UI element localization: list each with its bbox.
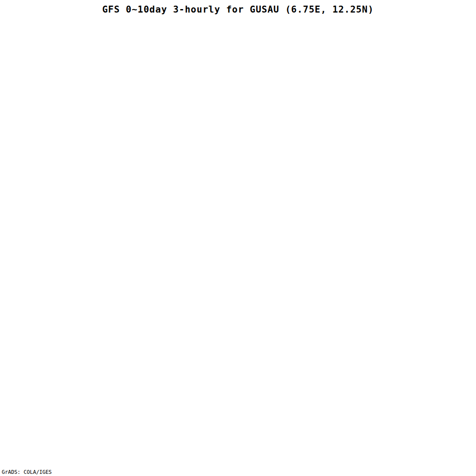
grads-credit: GrADS: COLA/IGES <box>2 469 52 475</box>
meteogram-page: GFS 0~10day 3-hourly for GUSAU (6.75E, 1… <box>0 0 476 476</box>
page-title: GFS 0~10day 3-hourly for GUSAU (6.75E, 1… <box>0 4 476 15</box>
meteogram-canvas <box>0 0 476 476</box>
